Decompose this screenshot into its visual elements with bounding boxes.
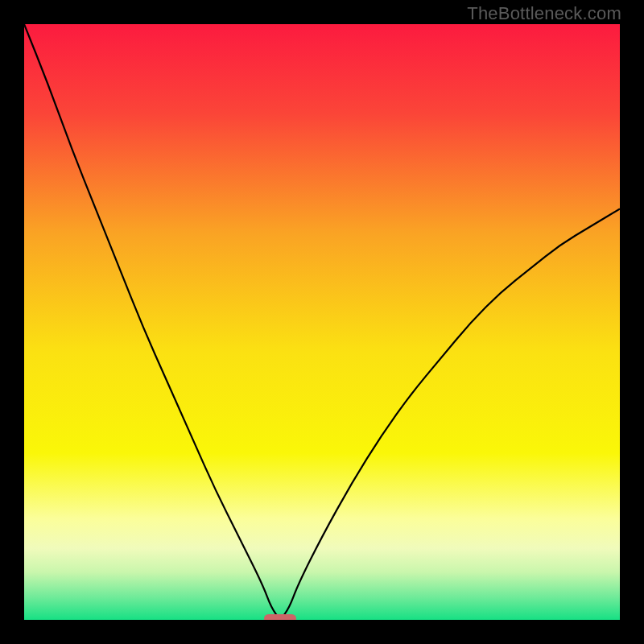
bottleneck-chart	[24, 24, 620, 620]
optimal-marker	[264, 614, 296, 621]
plot-area	[24, 24, 620, 620]
chart-frame: TheBottleneck.com	[0, 0, 644, 644]
gradient-bg	[24, 24, 620, 620]
watermark-text: TheBottleneck.com	[467, 3, 621, 24]
